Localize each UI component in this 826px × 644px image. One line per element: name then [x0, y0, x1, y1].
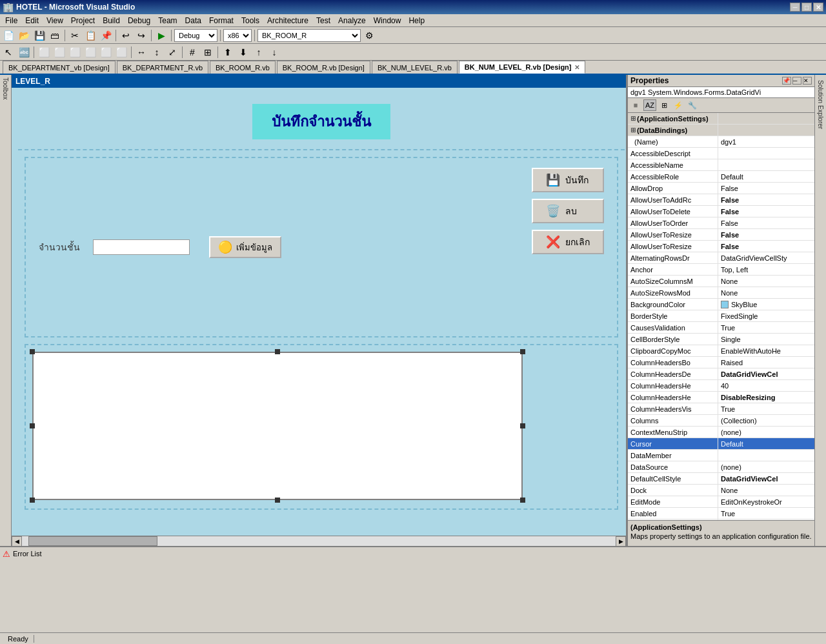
align-center[interactable]: ⬜	[52, 45, 66, 59]
new-btn[interactable]: 📄	[1, 28, 15, 43]
add-button[interactable]: 🟡 เพิ่มข้อมูล	[209, 236, 281, 258]
order-front[interactable]: ⬆	[221, 45, 235, 59]
align-right[interactable]: ⬜	[68, 45, 82, 59]
maximize-btn[interactable]: □	[801, 3, 812, 12]
handle-bm[interactable]	[275, 498, 280, 503]
menu-file[interactable]: File	[1, 15, 21, 26]
menu-tools[interactable]: Tools	[237, 15, 263, 26]
close-btn[interactable]: ✕	[813, 3, 823, 12]
scroll-right-btn[interactable]: ▶	[616, 536, 626, 547]
menu-build[interactable]: Build	[99, 15, 124, 26]
cut-btn[interactable]: ✂	[68, 28, 82, 43]
menu-view[interactable]: View	[43, 15, 67, 26]
align-top[interactable]: ⬜	[83, 45, 97, 59]
level-input[interactable]	[93, 239, 190, 255]
open-btn[interactable]: 📂	[17, 28, 31, 43]
platform-combo[interactable]: x86 x64	[223, 29, 252, 42]
cancel-button[interactable]: ❌ ยกเลิก	[532, 230, 604, 254]
save-all-btn[interactable]: 🗃	[48, 28, 62, 43]
menu-format[interactable]: Format	[205, 15, 237, 26]
save-btn[interactable]: 💾	[32, 28, 46, 43]
align-left[interactable]: ⬜	[37, 45, 51, 59]
solution-explorer-tab[interactable]: Solution Explorer	[817, 80, 824, 129]
tab-bk-room-design[interactable]: BK_ROOM_R.vb [Design]	[277, 61, 370, 74]
designer-scroll[interactable]: LEVEL_R บันทึกจำนวนชั้น จำนวนชั้น 🟡 เพิ่…	[12, 75, 626, 536]
handle-tr[interactable]	[520, 349, 525, 354]
menu-team[interactable]: Team	[154, 15, 181, 26]
props-sort-cat-btn[interactable]: ≡	[629, 99, 642, 111]
target-combo[interactable]: BK_ROOM_R	[257, 29, 361, 42]
horizontal-scrollbar[interactable]: ◀ ▶	[12, 536, 626, 546]
scroll-track[interactable]	[22, 536, 616, 546]
tab-bk-level-design[interactable]: BK_NUM_LEVEL_R.vb [Design] ✕	[459, 61, 585, 74]
menu-project[interactable]: Project	[67, 15, 99, 26]
order-backward[interactable]: ↓	[267, 45, 281, 59]
copy-btn[interactable]: 📋	[83, 28, 97, 43]
props-value-clipboard: EnableWithAutoHe	[718, 345, 814, 356]
props-min-btn[interactable]: ─	[792, 77, 801, 85]
minimize-btn[interactable]: ─	[790, 3, 800, 12]
tab-bk-dept-design[interactable]: BK_DEPARTMENT_vb [Design]	[3, 61, 116, 74]
grid-btn[interactable]: #	[185, 45, 199, 59]
props-row-colheaderdefault: ColumnHeadersDe DataGridViewCel	[628, 368, 814, 380]
props-props-btn[interactable]: ⊞	[658, 99, 670, 111]
error-list-label[interactable]: Error List	[13, 550, 42, 558]
snap-btn[interactable]: ⊞	[201, 45, 215, 59]
menu-window[interactable]: Window	[370, 15, 405, 26]
order-forward[interactable]: ↑	[252, 45, 266, 59]
props-close-btn[interactable]: ✕	[803, 77, 812, 85]
error-list-bar: ⚠ Error List	[0, 546, 826, 560]
props-grid[interactable]: ⊞ (ApplicationSettings) ⊞ (DataBindings)…	[628, 113, 814, 520]
redo-btn[interactable]: ↪	[134, 28, 148, 43]
scroll-thumb[interactable]	[28, 536, 157, 546]
delete-button[interactable]: 🗑️ ลบ	[532, 199, 604, 223]
form-canvas: LEVEL_R บันทึกจำนวนชั้น จำนวนชั้น 🟡 เพิ่…	[12, 75, 626, 536]
menu-edit[interactable]: Edit	[21, 15, 43, 26]
menu-analyze[interactable]: Analyze	[334, 15, 370, 26]
paste-btn[interactable]: 📌	[99, 28, 113, 43]
run-btn[interactable]: ▶	[154, 28, 168, 43]
menu-help[interactable]: Help	[405, 15, 428, 26]
handle-bl[interactable]	[30, 498, 35, 503]
props-value-autosizerows: None	[718, 287, 814, 298]
menu-debug[interactable]: Debug	[124, 15, 154, 26]
props-events-btn[interactable]: ⚡	[672, 99, 685, 111]
props-value-appsettings	[718, 113, 814, 124]
props-value-allowaddrows: False	[718, 194, 814, 205]
props-pin-btn[interactable]: 📌	[782, 77, 791, 85]
toolbox-tab[interactable]: Toolbox	[2, 77, 9, 99]
menu-architecture[interactable]: Architecture	[263, 15, 312, 26]
props-name-columns: Columns	[628, 415, 718, 426]
tab-bk-room[interactable]: BK_ROOM_R.vb	[210, 61, 276, 74]
tab-bk-dept[interactable]: BK_DEPARTMENT_R.vb	[117, 61, 208, 74]
menu-test[interactable]: Test	[312, 15, 334, 26]
scroll-left-btn[interactable]: ◀	[12, 536, 22, 547]
format-tool[interactable]: 🔤	[17, 45, 31, 59]
menu-data[interactable]: Data	[181, 15, 205, 26]
undo-btn[interactable]: ↩	[119, 28, 133, 43]
handle-mr[interactable]	[520, 423, 525, 428]
order-back[interactable]: ⬇	[236, 45, 250, 59]
props-row-cursor[interactable]: Cursor Default	[628, 438, 814, 450]
handle-tl[interactable]	[30, 349, 35, 354]
size-width[interactable]: ↔	[134, 45, 148, 59]
tab-bk-level[interactable]: BK_NUM_LEVEL_R.vb	[372, 61, 458, 74]
handle-br[interactable]	[520, 498, 525, 503]
props-sort-alpha-btn[interactable]: AZ	[643, 99, 656, 111]
misc-btn[interactable]: ⚙	[362, 28, 376, 43]
pointer-tool[interactable]: ↖	[1, 45, 15, 59]
size-height[interactable]: ↕	[150, 45, 164, 59]
debug-mode-combo[interactable]: Debug Release	[174, 29, 217, 42]
align-bottom[interactable]: ⬜	[114, 45, 128, 59]
tab-close-icon[interactable]: ✕	[574, 64, 579, 71]
handle-tm[interactable]	[275, 349, 280, 354]
size-both[interactable]: ⤢	[165, 45, 179, 59]
props-custom-btn[interactable]: 🔧	[686, 99, 699, 111]
save-button[interactable]: 💾 บันทึก	[532, 168, 604, 192]
handle-ml[interactable]	[30, 423, 35, 428]
form-title: LEVEL_R	[15, 77, 50, 86]
align-middle[interactable]: ⬜	[99, 45, 113, 59]
datagrid[interactable]	[32, 352, 523, 500]
props-name-appsettings: ⊞ (ApplicationSettings)	[628, 113, 718, 124]
header-section: บันทึกจำนวนชั้น	[18, 94, 625, 150]
